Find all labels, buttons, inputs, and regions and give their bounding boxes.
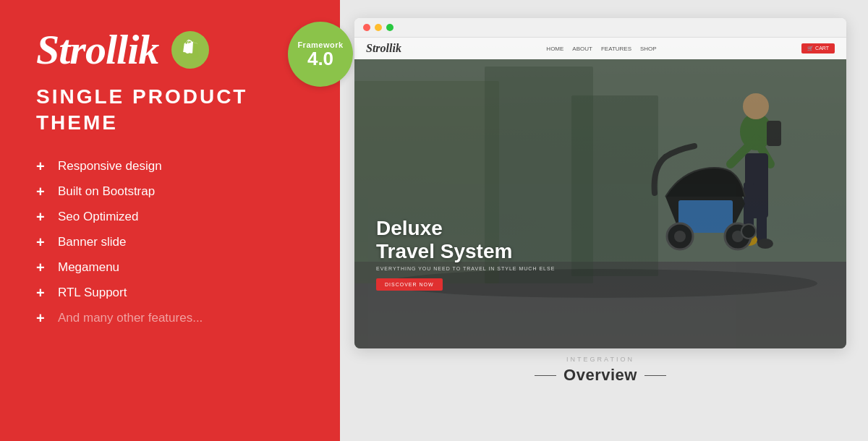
feature-text: And many other features... (58, 311, 203, 325)
feature-text: Seo Optimized (58, 210, 139, 224)
title-line-left (535, 375, 556, 376)
feature-text: RTL Support (58, 286, 127, 300)
feature-text: Banner slide (58, 235, 127, 249)
browser-window: Strollik HOME ABOUT FEATURES SHOP 🛒 CART… (354, 18, 846, 348)
hero-cta-button[interactable]: DISCOVER NOW (376, 278, 443, 291)
nav-link: FEATURES (601, 46, 631, 52)
overview-title: Overview (563, 366, 637, 385)
hero-text-block: DeluxeTravel System EVERYTHING YOU NEED … (376, 217, 555, 291)
browser-dot-yellow (375, 24, 382, 31)
list-item: + Seo Optimized (36, 209, 304, 226)
page-wrapper: Framework 4.0 Strollik SINGLE PRODUCT TH… (0, 0, 868, 441)
integration-label: INTEGRATION (535, 356, 666, 363)
browser-content: Strollik HOME ABOUT FEATURES SHOP 🛒 CART… (354, 38, 846, 348)
framework-version: 4.0 (307, 49, 333, 68)
tagline: SINGLE PRODUCT THEME (36, 84, 304, 137)
list-item: + RTL Support (36, 285, 304, 301)
feature-text: Built on Bootstrap (58, 184, 155, 199)
plus-icon: + (36, 260, 48, 276)
feature-text: Responsive design (58, 159, 162, 174)
left-panel: Framework 4.0 Strollik SINGLE PRODUCT TH… (0, 0, 340, 441)
right-panel: Strollik HOME ABOUT FEATURES SHOP 🛒 CART… (340, 0, 868, 441)
nav-link: ABOUT (572, 46, 592, 52)
nav-link: SHOP (640, 46, 657, 52)
shopify-icon (179, 39, 201, 61)
hero-subtitle: EVERYTHING YOU NEED TO TRAVEL IN STYLE M… (376, 266, 555, 271)
site-brand: Strollik (366, 42, 401, 55)
feature-text: Megamenu (58, 260, 119, 275)
title-line-right (644, 375, 666, 376)
plus-icon: + (36, 158, 48, 175)
cart-button[interactable]: 🛒 CART (801, 43, 835, 53)
list-item: + Megamenu (36, 260, 304, 276)
nav-links: HOME ABOUT FEATURES SHOP (546, 46, 656, 52)
hero-scene-svg (354, 38, 846, 348)
brand-row: Strollik (36, 29, 304, 71)
browser-dot-red (363, 24, 370, 31)
brand-name: Strollik (36, 29, 158, 71)
plus-icon: + (36, 184, 48, 200)
site-nav: Strollik HOME ABOUT FEATURES SHOP 🛒 CART (354, 38, 846, 59)
overview-title-row: Overview (535, 366, 666, 385)
list-item: + Banner slide (36, 234, 304, 251)
browser-bar (354, 18, 846, 38)
hero-title: DeluxeTravel System (376, 217, 555, 263)
svg-rect-22 (354, 38, 846, 348)
overview-section: INTEGRATION Overview (535, 356, 666, 385)
list-item: + And many other features... (36, 310, 304, 327)
plus-icon: + (36, 285, 48, 301)
shopify-badge (171, 31, 209, 69)
list-item: + Responsive design (36, 158, 304, 175)
browser-dot-green (386, 24, 393, 31)
list-item: + Built on Bootstrap (36, 184, 304, 200)
plus-icon: + (36, 310, 48, 327)
plus-icon: + (36, 234, 48, 251)
framework-badge: Framework 4.0 (288, 22, 353, 87)
nav-link: HOME (546, 46, 563, 52)
features-list: + Responsive design + Built on Bootstrap… (36, 158, 304, 327)
plus-icon: + (36, 209, 48, 226)
